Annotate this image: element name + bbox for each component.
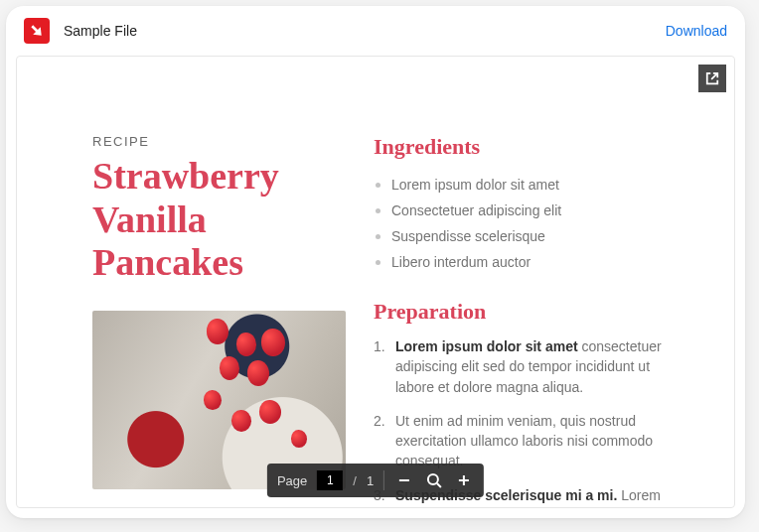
ingredients-heading: Ingredients (374, 134, 675, 160)
file-title: Sample File (64, 23, 137, 39)
list-item: Libero interdum auctor (374, 249, 675, 275)
svg-line-2 (437, 483, 441, 487)
preparation-heading: Preparation (374, 299, 675, 325)
page-toolbar: Page 1 / 1 (267, 464, 484, 497)
total-pages: 1 (367, 473, 374, 488)
toolbar-divider (383, 470, 384, 490)
current-page-input[interactable]: 1 (317, 470, 343, 490)
pdf-icon (24, 18, 50, 44)
doc-right-column: Ingredients Lorem ipsum dolor sit amet C… (374, 134, 675, 507)
eyebrow-label: RECIPE (92, 134, 346, 149)
list-item: Lorem ipsum dolor sit amet consectetuer … (374, 336, 675, 411)
pdf-viewer: RECIPE Strawberry Vanilla Pancakes Ingre… (16, 56, 735, 508)
app-card: Sample File Download RECIPE Strawberry V… (6, 6, 745, 518)
topbar: Sample File Download (6, 6, 745, 56)
page-separator: / (353, 473, 357, 488)
list-item: Lorem ipsum dolor sit amet (374, 172, 675, 198)
step-lead: Lorem ipsum dolor sit amet (395, 338, 578, 354)
popout-button[interactable] (698, 65, 726, 92)
magnifier-icon (426, 472, 442, 488)
zoom-in-button[interactable] (454, 470, 474, 490)
svg-point-1 (428, 474, 438, 484)
download-link[interactable]: Download (666, 23, 727, 39)
plus-icon (457, 473, 471, 487)
recipe-title: Strawberry Vanilla Pancakes (92, 155, 346, 285)
doc-left-column: RECIPE Strawberry Vanilla Pancakes (92, 134, 346, 507)
zoom-reset-button[interactable] (424, 470, 444, 490)
zoom-out-button[interactable] (394, 470, 414, 490)
ingredients-list: Lorem ipsum dolor sit amet Consectetuer … (374, 172, 675, 275)
list-item: Consectetuer adipiscing elit (374, 198, 675, 223)
step-rest: Ut enim ad minim veniam, quis nostrud ex… (395, 413, 653, 469)
external-link-icon (705, 71, 719, 85)
minus-icon (397, 473, 411, 487)
page-label: Page (277, 473, 307, 488)
document-page: RECIPE Strawberry Vanilla Pancakes Ingre… (17, 57, 734, 507)
list-item: Suspendisse scelerisque (374, 223, 675, 249)
